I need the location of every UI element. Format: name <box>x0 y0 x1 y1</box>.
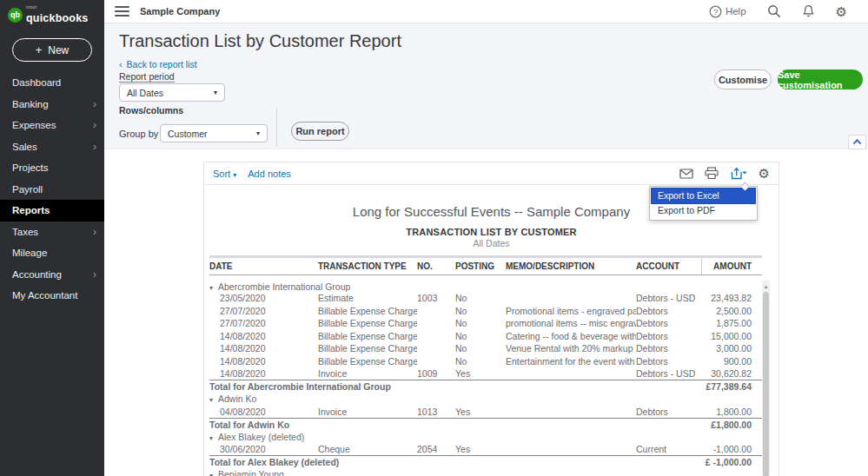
sort-dropdown[interactable]: Sort ▾ <box>213 169 236 179</box>
cell-memo <box>506 443 636 456</box>
quickbooks-wordmark: quickbooks <box>26 12 88 24</box>
cell-date: 27/07/2020 <box>209 305 318 318</box>
table-scrollbar[interactable]: ▲ <box>762 281 770 476</box>
notifications-bell-icon[interactable] <box>802 4 815 18</box>
report-period-select[interactable]: All Dates ▾ <box>119 83 225 102</box>
cell-account: Current <box>636 443 701 456</box>
help-icon: ? <box>709 5 722 18</box>
help-button[interactable]: ? Help <box>709 5 746 18</box>
transaction-row[interactable]: 23/05/2020Estimate1003NoDebtors - USD23,… <box>209 292 762 305</box>
group-label[interactable]: ▾Alex Blakey (deleted) <box>209 431 762 444</box>
caret-down-icon: ▾ <box>214 89 217 96</box>
group-by-select[interactable]: Customer ▾ <box>160 124 268 142</box>
rows-columns-label: Rows/columns <box>119 105 183 116</box>
sidebar-item-label: Accounting <box>12 269 62 280</box>
cell-txn-type: Billable Expense Charge <box>318 342 417 355</box>
menu-item-export-to-pdf[interactable]: Export to PDF <box>652 203 755 218</box>
transaction-row[interactable]: 14/08/2020Billable Expense ChargeNoEnter… <box>209 355 762 368</box>
group-label[interactable]: ▾Benjamin Young <box>209 468 762 476</box>
sidebar-item-dashboard[interactable]: Dashboard <box>0 72 104 94</box>
cell-txn-type: Billable Expense Charge <box>318 305 417 318</box>
sidebar-item-banking[interactable]: Banking› <box>0 94 104 116</box>
transaction-row[interactable]: 14/08/2020Invoice1009YesDebtors - USD30,… <box>209 367 762 380</box>
cell-date: 14/08/2020 <box>209 330 318 343</box>
chevron-right-icon: › <box>93 227 96 237</box>
report-table-body: ▾Abercrombie International Group23/05/20… <box>209 275 762 476</box>
cell-no <box>417 355 455 368</box>
hamburger-menu-icon[interactable] <box>115 3 129 19</box>
group-header-row: ▾Adwin Ko <box>209 393 762 406</box>
sidebar-item-reports[interactable]: Reports <box>0 200 104 221</box>
transaction-row[interactable]: 30/06/2020Cheque2054YesCurrent-1,000.00 <box>209 443 762 456</box>
cell-date: 27/07/2020 <box>209 317 318 330</box>
sidebar-item-projects[interactable]: Projects <box>0 157 104 179</box>
print-icon[interactable] <box>705 167 719 180</box>
cell-no: 2054 <box>417 443 455 456</box>
plus-icon: + <box>36 44 43 56</box>
cell-date: 30/06/2020 <box>209 443 318 456</box>
group-label[interactable]: ▾Adwin Ko <box>209 393 762 406</box>
export-menu: Export to ExcelExport to PDF <box>649 186 758 221</box>
cell-posting: Yes <box>455 367 506 380</box>
cell-posting: No <box>455 317 506 330</box>
transaction-row[interactable]: 14/08/2020Billable Expense ChargeNoVenue… <box>209 342 762 355</box>
collapse-filters-button[interactable] <box>848 135 866 149</box>
scrollbar-thumb[interactable] <box>763 292 769 476</box>
cell-amount: 30,620.82 <box>701 367 762 380</box>
cell-posting: No <box>455 355 506 368</box>
scrollbar-up-arrow-icon[interactable]: ▲ <box>762 281 770 292</box>
column-header-amount: AMOUNT <box>701 257 762 275</box>
chevron-right-icon: › <box>93 142 96 152</box>
customise-button[interactable]: Customise <box>714 69 772 89</box>
save-customisation-button[interactable]: Save customisation <box>778 69 863 89</box>
cell-txn-type: Invoice <box>318 406 417 419</box>
total-row: Total for Alex Blakey (deleted)£ -1,000.… <box>209 456 762 469</box>
run-report-button[interactable]: Run report <box>291 122 349 141</box>
sidebar-item-my-accountant[interactable]: My Accountant <box>0 285 104 307</box>
cell-txn-type: Billable Expense Charge <box>318 355 417 368</box>
cell-memo <box>506 406 636 419</box>
sidebar-item-label: Projects <box>12 162 49 173</box>
email-icon[interactable] <box>679 169 693 179</box>
quickbooks-logo: qb intuit quickbooks <box>0 0 104 24</box>
cell-memo <box>506 292 636 305</box>
back-to-report-list-link[interactable]: ‹ Back to report list <box>119 59 197 69</box>
sidebar-item-expenses[interactable]: Expenses› <box>0 115 104 136</box>
sidebar-item-mileage[interactable]: Mileage <box>0 242 104 264</box>
report-settings-gear-icon[interactable]: ⚙ <box>759 167 770 180</box>
cell-memo: Promotional items - engraved pa... <box>506 305 636 318</box>
cell-amount: -1,000.00 <box>701 443 762 456</box>
cell-no <box>417 317 455 330</box>
sidebar-item-label: Banking <box>12 99 49 109</box>
intuit-wordmark: intuit <box>26 5 88 10</box>
menu-item-export-to-excel[interactable]: Export to Excel <box>652 188 755 203</box>
group-label[interactable]: ▾Abercrombie International Group <box>209 275 762 293</box>
cell-memo <box>506 367 636 380</box>
cell-no: 1013 <box>417 406 455 419</box>
export-icon[interactable] <box>730 167 747 180</box>
cell-account: Debtors <box>636 342 701 355</box>
cell-no <box>417 330 455 343</box>
sidebar-item-label: Expenses <box>12 120 56 130</box>
settings-gear-icon[interactable]: ⚙ <box>836 5 847 18</box>
search-icon[interactable] <box>767 4 781 18</box>
sidebar-item-payroll[interactable]: Payroll <box>0 179 104 201</box>
cell-txn-type: Estimate <box>318 292 417 305</box>
cell-account: Debtors <box>636 406 701 419</box>
chevron-up-icon <box>853 139 862 148</box>
sidebar-item-sales[interactable]: Sales› <box>0 136 104 158</box>
sidebar-item-taxes[interactable]: Taxes› <box>0 221 104 243</box>
new-button[interactable]: + New <box>12 38 92 62</box>
transaction-row[interactable]: 14/08/2020Billable Expense ChargeNoCater… <box>209 330 762 343</box>
sidebar-item-accounting[interactable]: Accounting› <box>0 264 104 286</box>
cell-posting: No <box>455 342 506 355</box>
transaction-row[interactable]: 27/07/2020Billable Expense ChargeNopromo… <box>209 317 762 330</box>
company-name: Sample Company <box>140 6 220 17</box>
add-notes-link[interactable]: Add notes <box>248 169 291 179</box>
caret-down-icon: ▾ <box>209 284 213 292</box>
column-header-no: NO. <box>417 257 455 275</box>
report-title: TRANSACTION LIST BY CUSTOMER <box>204 227 779 237</box>
transaction-row[interactable]: 27/07/2020Billable Expense ChargeNoPromo… <box>209 305 762 318</box>
transaction-row[interactable]: 04/08/2020Invoice1013YesDebtors1,800.00 <box>209 406 762 419</box>
report-toolbar: Sort ▾ Add notes ⚙ <box>204 162 779 185</box>
